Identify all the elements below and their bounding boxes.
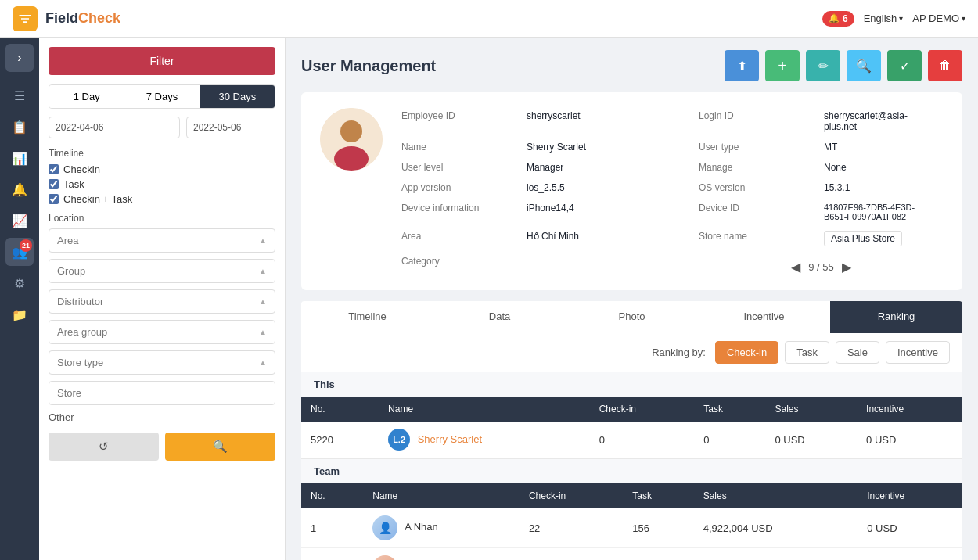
store-name-badge: Asia Plus Store (824, 231, 902, 246)
date-to-input[interactable] (186, 117, 286, 138)
tab-data[interactable]: Data (433, 301, 566, 333)
store-type-dropdown[interactable]: Store type ▲ (49, 350, 275, 375)
team-row-incentive-2: 0 USD (858, 548, 962, 561)
device-id-label: Device ID (699, 200, 824, 224)
filter-action-buttons: ↺ 🔍 (49, 433, 275, 461)
day-btn-7[interactable]: 7 Days (124, 85, 200, 108)
day-btn-1[interactable]: 1 Day (49, 85, 124, 108)
manage-label: Manage (699, 160, 824, 175)
app-logo-icon (13, 6, 38, 31)
rank-btn-task[interactable]: Task (785, 341, 829, 364)
this-table-header: No. Name Check-in Task Sales Incentive (301, 397, 962, 422)
area-arrow-icon: ▲ (259, 236, 267, 245)
team-row-task: 156 (623, 508, 693, 548)
page-info: 9 / 55 (808, 261, 834, 273)
ranking-by-label: Ranking by: (652, 346, 706, 358)
task-checkbox-row: Task (49, 178, 275, 190)
rank-btn-incentive[interactable]: Incentive (886, 341, 950, 364)
team-col-task: Task (623, 483, 693, 508)
sidebar-item-document[interactable]: 📋 (5, 113, 34, 141)
prev-page-button[interactable]: ◀ (791, 260, 800, 275)
area-dropdown[interactable]: Area ▲ (49, 228, 275, 253)
login-id-value: sherryscarlet@asia-plus.net (824, 108, 944, 135)
upload-button[interactable]: ⬆ (725, 50, 759, 81)
team-col-no: No. (301, 483, 363, 508)
name-value: Sherry Scarlet (527, 139, 699, 155)
col-checkin: Check-in (590, 397, 695, 422)
table-row: 1 👤 A Nhan 22 156 4,922,004 USD 0 USD (301, 508, 962, 548)
level-badge: L.2 (388, 429, 410, 451)
filter-button[interactable]: Filter (49, 47, 275, 75)
checkin-checkbox-row: Checkin (49, 163, 275, 175)
sidebar-item-bell[interactable]: 🔔 (5, 175, 34, 203)
team-col-incentive: Incentive (858, 483, 962, 508)
users-badge: 21 (20, 239, 32, 252)
edit-button[interactable]: ✏ (806, 50, 840, 81)
day-btn-30[interactable]: 30 Days (200, 85, 275, 108)
sidebar-item-chart[interactable]: 📊 (5, 144, 34, 172)
sidebar-item-files[interactable]: 📁 (5, 300, 34, 328)
distributor-dropdown[interactable]: Distributor ▲ (49, 289, 275, 314)
tab-timeline[interactable]: Timeline (301, 301, 433, 333)
user-type-label: User type (699, 139, 824, 155)
checkin-task-label: Checkin + Task (63, 193, 132, 205)
delete-button[interactable]: 🗑 (928, 50, 962, 81)
next-page-button[interactable]: ▶ (842, 260, 851, 275)
top-navigation: FieldCheck 6 English AP DEMO (0, 0, 978, 38)
toolbar-buttons: ⬆ + ✏ 🔍 ✓ 🗑 (725, 50, 962, 81)
user-name-link[interactable]: Sherry Scarlet (418, 433, 482, 445)
store-name-value: Asia Plus Store (824, 228, 944, 249)
user-info: Employee ID sherryscarlet Login ID sherr… (401, 108, 944, 275)
col-incentive: Incentive (857, 397, 962, 422)
sidebar-item-users[interactable]: 👥 21 (5, 238, 34, 266)
area-label: Area (401, 228, 527, 249)
col-no: No. (301, 397, 379, 422)
tab-incentive[interactable]: Incentive (698, 301, 830, 333)
rank-btn-checkin[interactable]: Check-in (715, 341, 778, 364)
device-id-value: 41807E96-7DB5-4E3D-B651-F09970A1F082 (824, 200, 944, 224)
store-type-placeholder: Store type (57, 357, 103, 368)
tab-ranking[interactable]: Ranking (830, 301, 962, 333)
category-value (527, 253, 699, 275)
tab-photo[interactable]: Photo (566, 301, 698, 333)
store-input[interactable] (49, 381, 275, 405)
employee-id-label: Employee ID (401, 108, 527, 135)
team-row-name: 👤 A Nhan (363, 508, 520, 548)
approve-button[interactable]: ✓ (887, 50, 922, 81)
notification-badge[interactable]: 6 (822, 11, 854, 27)
checkin-checkbox[interactable] (49, 164, 59, 174)
team-row-task-2: 59 (623, 548, 693, 561)
row-sales: 0 USD (765, 422, 857, 458)
reset-button[interactable]: ↺ (49, 433, 159, 461)
sidebar-item-settings[interactable]: ⚙ (5, 269, 34, 297)
search-user-button[interactable]: 🔍 (847, 50, 881, 81)
add-button[interactable]: + (765, 50, 800, 81)
ranking-by-row: Ranking by: Check-in Task Sale Incentive (301, 333, 962, 372)
team-avatar-1: 👤 (372, 515, 397, 540)
svg-point-2 (334, 146, 369, 171)
date-from-input[interactable] (49, 117, 180, 138)
row-checkin: 0 (590, 422, 695, 458)
language-selector[interactable]: English (864, 13, 904, 24)
account-selector[interactable]: AP DEMO (912, 13, 965, 24)
row-no: 5220 (301, 422, 379, 458)
store-name-label: Store name (699, 228, 824, 249)
app-logo-text: FieldCheck (45, 10, 120, 27)
table-row: 2 👩 Laura 14 59 0 USD 0 USD (301, 548, 962, 561)
area-group-dropdown[interactable]: Area group ▲ (49, 320, 275, 344)
device-info-label: Device information (401, 200, 527, 224)
rank-btn-sale[interactable]: Sale (836, 341, 879, 364)
sidebar-item-list[interactable]: ☰ (5, 81, 34, 109)
team-table: No. Name Check-in Task Sales Incentive 1… (301, 483, 962, 560)
svg-point-1 (340, 120, 362, 142)
logo-check: Check (78, 10, 120, 26)
group-dropdown[interactable]: Group ▲ (49, 259, 275, 283)
user-level-value: Manager (527, 160, 699, 175)
team-row-incentive: 0 USD (858, 508, 962, 548)
employee-id-value: sherryscarlet (527, 108, 699, 135)
task-checkbox[interactable] (49, 179, 59, 189)
sidebar-item-trend[interactable]: 📈 (5, 206, 34, 235)
search-button[interactable]: 🔍 (165, 433, 275, 461)
sidebar-toggle[interactable]: › (5, 44, 34, 72)
checkin-task-checkbox[interactable] (49, 194, 59, 204)
